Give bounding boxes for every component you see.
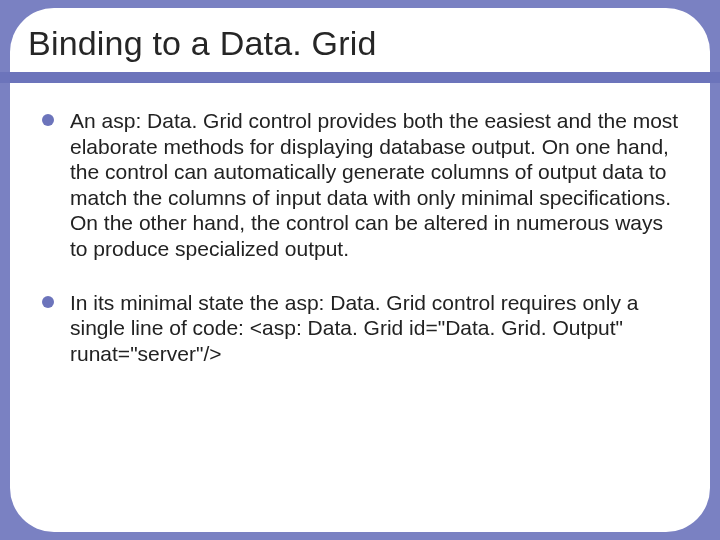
list-item: An asp: Data. Grid control provides both… [42, 108, 682, 262]
bullet-text: An asp: Data. Grid control provides both… [70, 108, 682, 262]
slide-body: An asp: Data. Grid control provides both… [42, 108, 682, 394]
list-item: In its minimal state the asp: Data. Grid… [42, 290, 682, 367]
slide-title: Binding to a Data. Grid [28, 24, 377, 63]
title-underline-bar [0, 72, 720, 83]
bullet-icon [42, 114, 54, 126]
bullet-icon [42, 296, 54, 308]
bullet-text: In its minimal state the asp: Data. Grid… [70, 290, 682, 367]
